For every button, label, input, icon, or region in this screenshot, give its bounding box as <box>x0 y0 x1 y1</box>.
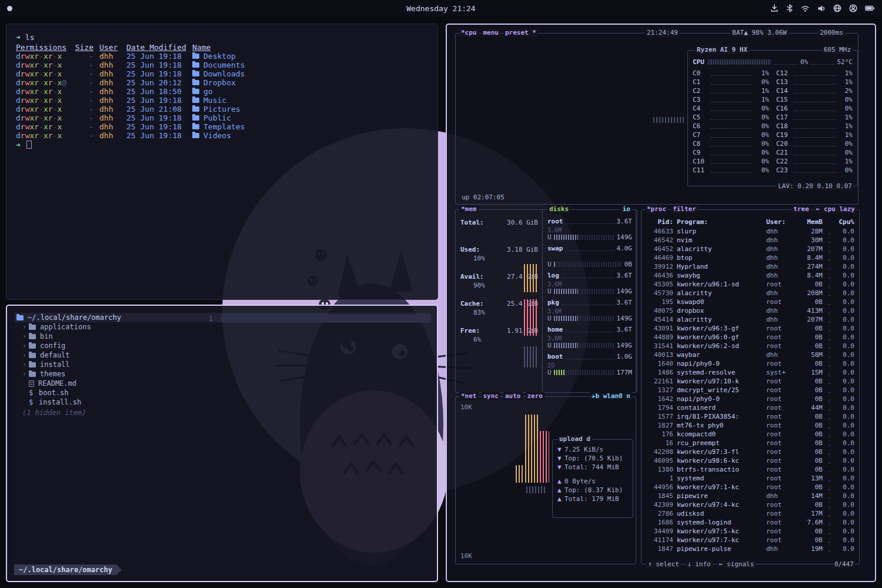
process-row[interactable]: 2786 udisksd root 17M 0.0 <box>642 509 859 518</box>
btop-tab[interactable]: menu <box>482 29 501 37</box>
process-row[interactable]: 46436 swaybg dhh 8.4M 0.0 <box>642 271 859 280</box>
process-row[interactable]: 176 kcompactd0 root 0B 0.0 <box>642 430 859 439</box>
process-row[interactable]: 45730 alacritty dhh 208M 0.0 <box>642 289 859 298</box>
btop-window[interactable]: *cpumenupreset * 21:24:49 BAT▲ 98% 3.06W… <box>446 24 876 582</box>
tree-item[interactable]: › config <box>14 341 430 350</box>
btop-tab[interactable]: preset * <box>503 29 538 37</box>
footer-key[interactable]: ← signals <box>717 560 756 569</box>
process-row[interactable]: 1845 pipewire dhh 14M 0.0 <box>642 492 859 500</box>
ls-row: drwxr-xr-x@ - dhh 25 Jun 20:12 Dropbox <box>16 78 428 87</box>
process-row[interactable]: 46452 alacritty dhh 207M 0.0 <box>642 245 859 253</box>
volume-icon[interactable] <box>817 5 826 12</box>
process-row[interactable]: 44956 kworker/u97:1-kc root 0B 0.0 <box>642 483 859 492</box>
proc-option-tab[interactable]: tree <box>791 205 811 213</box>
footer-key[interactable]: ↓ info <box>686 560 713 569</box>
tree-item[interactable]: › boot.sh <box>14 388 430 397</box>
process-row[interactable]: 46095 kworker/u98:6-kc root 0B 0.0 <box>642 456 859 465</box>
process-row[interactable]: 195 kswapd0 root 0B 0.0 <box>642 298 859 306</box>
permissions: drwxr-xr-x <box>16 105 69 113</box>
process-row[interactable]: 41174 kworker/u97:7-kc root 0B 0.0 <box>642 536 859 544</box>
refresh-interval[interactable]: 2000ms <box>818 29 845 37</box>
disk-used-bar <box>554 262 622 267</box>
process-pid: 39912 <box>646 262 673 271</box>
btop-tab[interactable]: *cpu <box>459 29 479 37</box>
process-row[interactable]: 40075 dropbox dhh 413M 0.0 <box>642 306 859 315</box>
col-user[interactable]: User: <box>766 218 792 226</box>
workspace-indicator[interactable] <box>7 6 12 11</box>
net-tab[interactable]: zero <box>526 392 545 400</box>
process-row[interactable]: 46542 nvim dhh 30M 0.0 <box>642 236 859 245</box>
mem-tab[interactable]: *mem <box>459 205 479 213</box>
tray-download-icon[interactable] <box>770 4 779 12</box>
process-row[interactable]: 1486 systemd-resolve syst+ 15M 0.0 <box>642 368 859 377</box>
net-interface[interactable]: +b wlan0 n <box>590 392 632 400</box>
terminal-window[interactable]: ➜ ls Permissions Size User Date Modified… <box>6 24 438 300</box>
disks-tab[interactable]: disks <box>547 205 570 213</box>
process-row[interactable]: 45305 kworker/u96:1-sd root 0B 0.0 <box>642 280 859 289</box>
process-row[interactable]: 34409 kworker/u97:5-kc root 0B 0.0 <box>642 527 859 536</box>
col-cpu[interactable]: Cpu% <box>836 218 854 226</box>
process-name: irq/81-PIXA3854: <box>677 412 763 421</box>
process-row[interactable]: 1380 btrfs-transactio root 0B 0.0 <box>642 465 859 474</box>
col-pid[interactable]: Pid: <box>646 218 673 226</box>
permissions: drwxr-xr-x <box>16 87 69 96</box>
net-tab[interactable]: sync <box>482 392 501 400</box>
process-row[interactable]: 42309 kworker/u97:4-kc root 0B 0.0 <box>642 500 859 509</box>
tree-item[interactable]: › applications <box>14 322 430 332</box>
process-row[interactable]: 1 systemd root 13M 0.0 <box>642 474 859 483</box>
col-memb[interactable]: MemB <box>796 218 823 226</box>
proc-tab[interactable]: filter <box>671 205 698 213</box>
tree-item[interactable]: › README.md <box>14 379 430 388</box>
process-row[interactable]: 22161 kworker/u97:10-k root 0B 0.0 <box>642 377 859 386</box>
process-row[interactable]: 42208 kworker/u97:3-fl root 0B 0.0 <box>642 447 859 456</box>
process-row[interactable]: 1642 napi/phy0-0 root 0B 0.0 <box>642 395 859 403</box>
process-row[interactable]: 1577 irq/81-PIXA3854: root 0B 0.0 <box>642 412 859 421</box>
cpu-usage-bar <box>708 59 771 65</box>
tree-item[interactable]: › bin <box>14 332 430 341</box>
process-row[interactable]: 40013 waybar dhh 58M 0.0 <box>642 350 859 359</box>
core-row: C8 0% <box>693 139 769 148</box>
cpu-label: CPU <box>693 58 704 66</box>
footer-key[interactable]: ↑ select <box>646 560 681 569</box>
tree-item[interactable]: › install.sh <box>14 397 430 407</box>
process-pid: 1642 <box>646 395 673 403</box>
process-row[interactable]: 1794 containerd root 44M 0.0 <box>642 403 859 412</box>
process-row[interactable]: 46633 slurp dhh 28M 0.0 <box>642 227 859 236</box>
process-row[interactable]: 43091 kworker/u96:3-gf root 0B 0.0 <box>642 324 859 333</box>
core-row: C22 1% <box>776 157 853 166</box>
proc-option-tab[interactable]: ← cpu lazy <box>814 205 857 213</box>
process-row[interactable]: 31541 kworker/u96:2-sd root 0B 0.0 <box>642 342 859 350</box>
col-program[interactable]: Program: <box>677 218 763 226</box>
globe-icon[interactable] <box>833 4 841 12</box>
text-cursor[interactable] <box>26 141 32 149</box>
net-tab[interactable]: *net <box>459 392 479 400</box>
process-row[interactable]: 39912 Hyprland dhh 274M 0.0 <box>642 262 859 271</box>
battery-icon[interactable] <box>865 5 875 12</box>
process-row[interactable]: 45414 alacritty dhh 207M 0.0 <box>642 315 859 324</box>
tree-item[interactable]: › themes <box>14 369 430 379</box>
core-row: C5 0% <box>693 113 769 122</box>
file-manager-window[interactable]: ~/.local/share/omarchy › applications › … <box>6 305 438 582</box>
wifi-icon[interactable] <box>801 5 810 12</box>
process-pid: 176 <box>646 430 673 439</box>
process-row[interactable]: 44889 kworker/u96:0-gf root 0B 0.0 <box>642 333 859 342</box>
core-percent: 0% <box>755 104 769 113</box>
process-row[interactable]: 1686 systemd-logind root 7.6M 0.0 <box>642 518 859 527</box>
process-row[interactable]: 16 rcu_preempt root 0B 0.0 <box>642 439 859 447</box>
upload-rate: 0 Byte/s <box>564 477 596 486</box>
process-row[interactable]: 1327 dmcrypt_write/25 root 0B 0.0 <box>642 386 859 395</box>
proc-tab[interactable]: *proc <box>645 205 668 213</box>
tree-item[interactable]: › default <box>14 350 430 360</box>
user-icon[interactable] <box>849 4 857 12</box>
core-row: C3 1% <box>693 95 769 104</box>
io-tab[interactable]: io <box>621 205 632 213</box>
process-row[interactable]: 1847 pipewire-pulse dhh 19M 0.0 <box>642 544 859 553</box>
bluetooth-icon[interactable] <box>786 4 793 12</box>
disk-name: root <box>547 217 563 226</box>
process-row[interactable]: 46469 btop dhh 8.4M 0.0 <box>642 253 859 262</box>
process-row[interactable]: 1640 napi/phy0-0 root 0B 0.0 <box>642 359 859 368</box>
tree-item[interactable]: › install <box>14 360 430 369</box>
preview-highlight-line[interactable] <box>221 315 431 323</box>
net-tab[interactable]: auto <box>503 392 523 400</box>
process-row[interactable]: 1827 mt76-tx phy0 root 0B 0.0 <box>642 421 859 430</box>
